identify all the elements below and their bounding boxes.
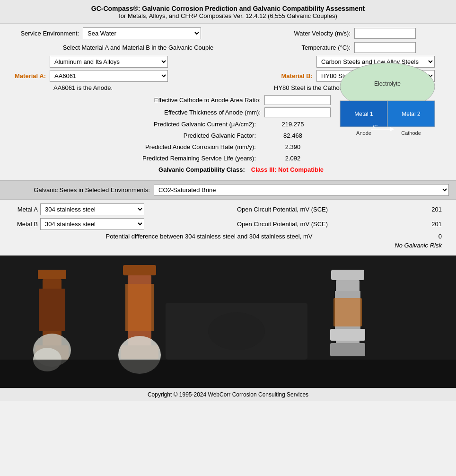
footer: Copyright © 1995-2024 WebCorr Corrosion … (0, 388, 456, 401)
anode-diagram-label: Anode (356, 130, 371, 136)
galvanic-current-value: 219.275 (260, 120, 326, 129)
no-galvanic-risk-text: No Galvanic Risk (395, 242, 442, 249)
ocp-label-a: Open Circuit Potential, mV (SCE) (144, 206, 421, 213)
water-velocity-input[interactable]: 0.000 (354, 28, 416, 39)
galvanic-diagram: Electrolyte Metal 1 Metal 2 e⁻ Anode (331, 58, 449, 143)
anode-text: AA6061 is the Anode. (53, 84, 113, 91)
svg-rect-8 (39, 289, 65, 331)
water-velocity-label: Water Velocity (m/s): (269, 30, 354, 37)
corrosion-image-svg (0, 256, 456, 388)
anode-corrosion-rate-label: Predicted Anode Corrosion Rate (mm/y): (7, 143, 260, 150)
svg-rect-20 (330, 329, 365, 341)
svg-rect-18 (330, 343, 365, 356)
service-life-value: 2.092 (260, 154, 326, 163)
anode-corrosion-rate-value: 2.390 (260, 142, 326, 151)
svg-rect-22 (0, 360, 456, 388)
cathode-anode-ratio-label: Effective Cathode to Anode Area Ratio: (7, 97, 264, 104)
diagram-svg: Electrolyte Metal 1 Metal 2 e⁻ Anode (331, 58, 444, 141)
galvanic-factor-label: Predicted Galvanic Factor: (7, 132, 260, 139)
electron-label: e⁻ (373, 123, 378, 129)
galvanic-current-label: Predicted Galvanic Current (μA/cm2): (7, 121, 260, 128)
corrosion-image (0, 256, 456, 388)
header-title-line2: for Metals, Alloys, and CFRP Composites … (2, 12, 454, 19)
temperature-label: Temperature (°C): (269, 44, 354, 51)
service-env-label: Service Environment: (7, 30, 83, 37)
galvanic-series-label: Galvanic Series in Selected Environments… (7, 186, 154, 194)
ocp-metal-a-select[interactable]: 304 stainless steel (40, 203, 144, 215)
header-title-line1: GC-Compass®: Galvanic Corrosion Predicti… (2, 5, 454, 12)
material-b-label: Material B: (269, 72, 316, 79)
material-a-label: Material A: (7, 72, 50, 79)
potential-diff-label: Potential difference between 304 stainle… (7, 233, 411, 240)
galvanic-factor-value: 82.468 (260, 131, 326, 140)
svg-point-24 (208, 312, 265, 350)
metal2-label: Metal 2 (402, 111, 421, 117)
svg-rect-14 (125, 284, 154, 331)
temperature-input[interactable]: 25.00 (354, 42, 416, 53)
ocp-metal-b-label: Metal B (7, 220, 40, 228)
svg-rect-16 (331, 270, 364, 280)
service-life-label: Predicted Remaining Service Life (years)… (7, 155, 260, 162)
select-material-text: Select Material A and Material B in the … (63, 44, 214, 51)
material-a-sub-select[interactable]: AA6061 (50, 70, 168, 82)
anode-thickness-input[interactable]: 5.000 (264, 107, 331, 117)
app-header: GC-Compass®: Galvanic Corrosion Predicti… (0, 0, 456, 24)
anode-thickness-label: Effective Thickness of Anode (mm): (7, 109, 264, 116)
ocp-section: Metal A 304 stainless steel Open Circuit… (0, 200, 456, 256)
svg-rect-11 (123, 265, 156, 275)
main-panel: Service Environment: Sea Water Fresh Wat… (0, 24, 456, 180)
metal1-label: Metal 1 (354, 111, 373, 117)
material-a-category-select[interactable]: Aluminum and Its Alloys (50, 56, 168, 68)
ocp-metal-a-label: Metal A (7, 206, 40, 213)
cathode-diagram-label: Cathode (401, 130, 421, 136)
electrolyte-label: Electrolyte (374, 80, 401, 87)
ocp-value-a: 201 (421, 206, 449, 213)
galvanic-series-select[interactable]: CO2-Saturated Brine Sea Water Fresh Wate… (154, 184, 449, 196)
potential-diff-value: 0 (411, 233, 449, 240)
galvanic-compat-value: Class III: Not Compatible (249, 165, 326, 174)
galvanic-compat-label: Galvanic Compatibility Class: (7, 166, 249, 173)
svg-rect-5 (38, 270, 66, 279)
ocp-value-b: 201 (421, 220, 449, 228)
service-env-select[interactable]: Sea Water Fresh Water Seawater (83, 27, 201, 39)
svg-rect-21 (333, 298, 362, 326)
ocp-label-b: Open Circuit Potential, mV (SCE) (144, 220, 421, 228)
ocp-metal-b-select[interactable]: 304 stainless steel (40, 218, 144, 230)
cathode-anode-ratio-input[interactable]: 14.000 (264, 95, 331, 105)
footer-text: Copyright © 1995-2024 WebCorr Corrosion … (148, 391, 308, 398)
